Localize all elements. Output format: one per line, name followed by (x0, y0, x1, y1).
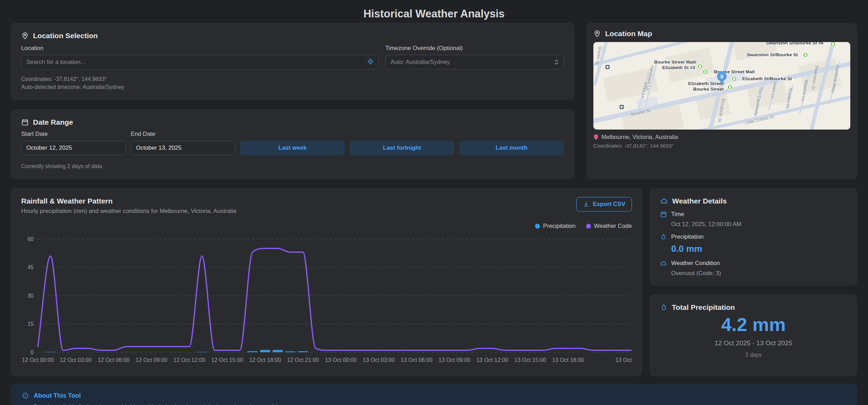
start-date-input[interactable] (21, 141, 126, 155)
total-precipitation-title: Total Precipitation (672, 303, 735, 312)
chart-legend: PrecipitationWeather Code (21, 222, 632, 230)
last-fortnight-button[interactable]: Last fortnight (350, 141, 454, 155)
precipitation-label: Precipitation (671, 233, 704, 240)
chart-title: Rainfall & Weather Pattern (21, 197, 236, 205)
last-week-button[interactable]: Last week (240, 141, 345, 155)
location-map-panel: Location Map (587, 23, 857, 179)
start-date-label: Start Date (21, 131, 126, 138)
location-map-title: Location Map (605, 30, 652, 38)
svg-text:45: 45 (27, 264, 34, 270)
total-precipitation-panel: Total Precipitation 4.2 mm 12 Oct 2025 -… (650, 295, 857, 376)
legend-dot (586, 224, 591, 229)
download-icon (583, 201, 589, 207)
legend-item-weather-code[interactable]: Weather Code (586, 223, 632, 230)
svg-text:12 Oct 18:00: 12 Oct 18:00 (249, 357, 281, 363)
legend-label: Weather Code (594, 223, 632, 230)
droplet-icon (660, 304, 668, 311)
droplet-icon (660, 233, 667, 240)
svg-text:Elizabeth St/Bourke St: Elizabeth St/Bourke St (742, 76, 792, 81)
timezone-select[interactable]: Auto: Australia/Sydney (385, 55, 564, 69)
timezone-label: Timezone Override (Optional) (385, 45, 564, 52)
chart-panel: Rainfall & Weather Pattern Hourly precip… (11, 188, 642, 376)
auto-timezone-text: Auto-detected timezone: Australia/Sydney (21, 83, 564, 91)
svg-text:15: 15 (27, 321, 34, 327)
svg-text:13 Oct 18:00: 13 Oct 18:00 (552, 357, 584, 363)
export-csv-button[interactable]: Export CSV (576, 197, 632, 212)
red-pin-icon (593, 134, 599, 140)
chart-subtitle: Hourly precipitation (mm) and weather co… (21, 208, 236, 215)
total-precipitation-days: 2 days (660, 352, 847, 358)
date-range-title: Date Range (33, 118, 73, 126)
weather-condition-value: Overcast (Code: 3) (671, 270, 847, 277)
svg-text:Swanston St/Bourke St: Swanston St/Bourke St (746, 52, 798, 57)
about-panel: About This Tool Data is available for lo… (11, 384, 857, 405)
map-place-text: Melbourne, Victoria, Australia (601, 134, 678, 141)
calendar-icon (21, 118, 29, 126)
crosshair-target-icon[interactable] (367, 58, 374, 67)
svg-text:12 Oct 09:00: 12 Oct 09:00 (135, 357, 167, 363)
svg-text:Elizabeth Street/: Elizabeth Street/ (688, 81, 725, 86)
precipitation-value: 0.0 mm (671, 243, 847, 254)
svg-text:30: 30 (27, 292, 34, 298)
location-pin-icon (593, 30, 601, 38)
svg-text:13 Oct 06:00: 13 Oct 06:00 (401, 357, 433, 363)
legend-dot (535, 224, 540, 229)
coordinates-text: Coordinates: -37.8142°, 144.9633° (21, 75, 564, 83)
date-range-panel: Date Range Start Date End Date Last week… (11, 109, 574, 179)
svg-text:13 Oct 12:00: 13 Oct 12:00 (476, 357, 508, 363)
map-view[interactable]: Bourke StLittle Collins StElizabeth StSw… (593, 42, 850, 130)
weather-condition-label: Weather Condition (671, 260, 720, 267)
svg-text:13 Oct 03:00: 13 Oct 03:00 (363, 357, 395, 363)
cloud-icon (660, 260, 667, 267)
info-icon (22, 392, 29, 399)
page-title: Historical Weather Analysis (11, 0, 857, 23)
total-precipitation-value: 4.2 mm (660, 314, 847, 335)
total-precipitation-range: 12 Oct 2025 - 13 Oct 2025 (660, 339, 847, 347)
weather-detail-row-precipitation: Precipitation 0.0 mm (660, 233, 847, 254)
weather-detail-row-condition: Weather Condition Overcast (Code: 3) (660, 260, 847, 277)
legend-label: Precipitation (543, 223, 576, 230)
time-label: Time (671, 211, 684, 218)
about-title: About This Tool (34, 392, 81, 399)
svg-text:12 Oct 06:00: 12 Oct 06:00 (98, 357, 130, 363)
timezone-select-value: Auto: Australia/Sydney (391, 59, 450, 66)
location-pin-icon (21, 32, 29, 40)
weather-details-title: Weather Details (672, 197, 727, 205)
svg-text:13 Oct 09:00: 13 Oct 09:00 (439, 357, 470, 363)
calendar-icon (660, 211, 667, 218)
map-coordinates-text: Coordinates: -37.8142°, 144.9633° (593, 143, 850, 149)
legend-item-precipitation[interactable]: Precipitation (535, 223, 576, 230)
app-root: Historical Weather Analysis Location Sel… (0, 0, 868, 405)
svg-text:12 Oct 12:00: 12 Oct 12:00 (173, 357, 205, 363)
time-value: Oct 12, 2025, 12:00:00 AM (671, 221, 847, 228)
date-range-status: Currently showing 2 days of data (21, 162, 564, 170)
location-label: Location (21, 45, 378, 52)
svg-text:13 Oct 15:00: 13 Oct 15:00 (514, 357, 546, 363)
location-selection-title: Location Selection (33, 32, 98, 40)
svg-text:0: 0 (31, 349, 34, 355)
svg-text:12 Oct 03:00: 12 Oct 03:00 (60, 357, 92, 363)
svg-text:Bourke Street Mall/: Bourke Street Mall/ (654, 59, 696, 65)
last-month-button[interactable]: Last month (459, 141, 564, 155)
svg-text:12 Oct 15:00: 12 Oct 15:00 (211, 357, 243, 363)
svg-text:Swanston St/Bourke St #6: Swanston St/Bourke St #6 (766, 42, 824, 46)
svg-text:13 Oct 00:00: 13 Oct 00:00 (325, 357, 357, 363)
svg-text:Bourke Street: Bourke Street (693, 86, 724, 92)
cloud-icon (660, 197, 668, 205)
export-csv-label: Export CSV (593, 201, 625, 208)
location-search-input[interactable] (21, 55, 378, 69)
chevron-up-down-icon (554, 59, 559, 65)
map-canvas: Bourke StLittle Collins StElizabeth StSw… (593, 42, 850, 130)
svg-text:12 Oct 00:00: 12 Oct 00:00 (22, 357, 54, 363)
svg-text:13 Oct 23:00: 13 Oct 23:00 (615, 357, 633, 363)
end-date-input[interactable] (131, 141, 235, 155)
rainfall-weather-chart[interactable]: 01530456012 Oct 00:0012 Oct 03:0012 Oct … (21, 230, 633, 366)
end-date-label: End Date (131, 131, 235, 138)
svg-text:12 Oct 21:00: 12 Oct 21:00 (287, 357, 319, 363)
svg-text:S: S (720, 74, 723, 79)
weather-details-panel: Weather Details Time Oct 12, 2025, 12:00… (650, 188, 857, 286)
about-line-1: Data is available for locations worldwid… (34, 404, 846, 405)
location-selection-panel: Location Selection Location Timezone (11, 23, 574, 100)
weather-detail-row-time: Time Oct 12, 2025, 12:00:00 AM (660, 211, 847, 228)
svg-text:60: 60 (27, 236, 34, 242)
